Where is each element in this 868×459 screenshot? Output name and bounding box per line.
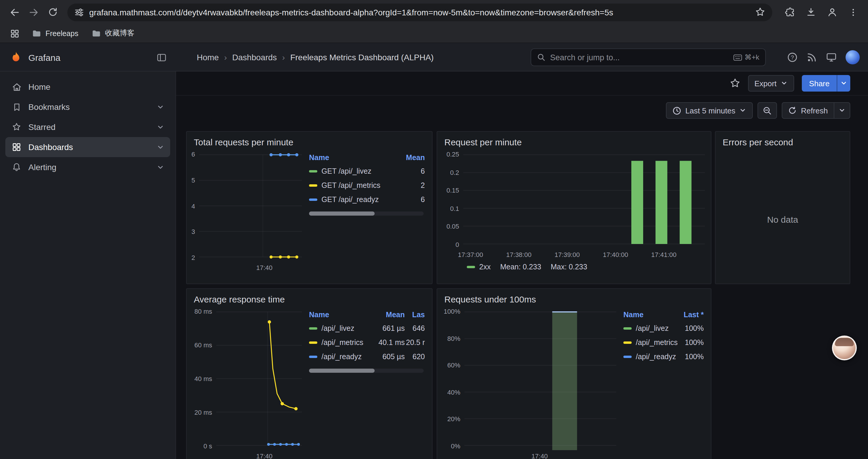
breadcrumb-separator [282,53,285,62]
timeseries-plot[interactable] [199,150,302,262]
panel-requests-under-100ms[interactable]: Requests under 100ms 100% 80% 60% 40% 20… [437,288,711,459]
refresh-label: Refresh [801,106,828,115]
legend-header-name[interactable]: Name [309,154,397,162]
chevron-down-icon[interactable] [157,163,164,171]
sidebar-toggle-button[interactable] [157,52,167,62]
url-bar[interactable] [67,3,772,21]
y-tick: 0.15 [446,187,459,194]
sidebar-item-label: Bookmarks [28,102,70,112]
time-controls: Last 5 minutes Refresh [666,102,850,119]
time-range-label: Last 5 minutes [685,106,735,115]
legend-row[interactable]: GET /api/_metrics 2 [309,178,425,193]
bar-plot[interactable] [464,307,616,450]
site-info-icon[interactable] [74,7,84,17]
legend-row[interactable]: /api/_livez 100% [623,321,704,335]
bookmark-star-icon[interactable] [755,7,765,17]
user-avatar[interactable] [845,50,860,64]
browser-menu-button[interactable] [844,3,862,21]
sidebar-item-label: Home [28,82,51,92]
favorite-dashboard-button[interactable] [730,78,740,89]
series-swatch [623,327,632,330]
legend-row[interactable]: /api/_readyz 605 µs 620 [309,350,425,364]
sidebar-item-starred[interactable]: Starred [5,117,170,137]
legend-header-mean[interactable]: Mean [397,154,425,162]
legend-row[interactable]: /api/_metrics 40.1 ms 20.5 r [309,335,425,350]
legend-row[interactable]: /api/_livez 661 µs 646 [309,321,425,335]
legend-row[interactable]: GET /api/_livez 6 [309,164,425,178]
dashboard-search[interactable]: Search or jump to... ⌘+k [531,48,766,66]
bookmark-folder-blog[interactable]: 收藏博客 [88,26,138,41]
chevron-down-icon[interactable] [157,123,164,131]
sidebar: Home Bookmarks Starred Dashboards Alerti… [0,71,176,459]
assistant-floating-avatar[interactable] [832,335,857,360]
legend-header-mean[interactable]: Mean [370,311,405,319]
bookmark-folder-freeleaps[interactable]: Freeleaps [28,26,82,40]
sidebar-item-home[interactable]: Home [5,77,170,97]
downloads-button[interactable] [802,3,819,21]
time-range-button[interactable]: Last 5 minutes [666,102,753,119]
legend-item[interactable]: 2xx [467,263,491,271]
extensions-button[interactable] [780,3,798,21]
news-button[interactable] [807,52,817,63]
bar-plot[interactable] [463,150,705,249]
grafana-app: Grafana Home Dashboards Freeleaps Metric… [0,43,868,459]
legend-row[interactable]: /api/_readyz 100% [623,350,704,364]
share-label: Share [809,79,830,88]
series-swatch [309,170,317,172]
legend-header-name[interactable]: Name [623,311,678,319]
legend-table: Name Mean GET /api/_livez 6 GET /api/_me… [302,150,426,273]
y-tick: 40 ms [194,375,212,382]
legend-header-last[interactable]: Las [405,311,425,319]
timeseries-plot[interactable] [216,307,302,450]
panel-average-response-time[interactable]: Average response time 80 ms 60 ms 40 ms … [186,288,433,459]
panel-errors-per-second[interactable]: Errors per second No data [715,131,850,284]
scrollbar-thumb[interactable] [309,211,374,216]
share-button[interactable]: Share [802,75,837,92]
forward-button[interactable] [25,3,42,21]
panel-total-requests[interactable]: Total requests per minute 6 5 4 3 2 [186,131,433,284]
sidebar-item-alerting[interactable]: Alerting [5,157,170,177]
folder-icon [32,29,41,38]
browser-toolbar [0,0,868,24]
legend-header-name[interactable]: Name [309,311,370,319]
legend-scrollbar[interactable] [309,211,424,216]
breadcrumb-home[interactable]: Home [197,53,219,62]
legend-header-last[interactable]: Last * [678,311,704,319]
export-button[interactable]: Export [748,75,794,92]
y-tick: 4 [191,202,195,209]
y-tick: 0 [456,241,459,248]
legend-table: Name Mean Las /api/_livez 661 µs 646 /ap… [302,307,426,459]
back-button[interactable] [6,3,24,21]
zoom-out-button[interactable] [758,102,777,119]
panel-request-per-minute[interactable]: Request per minute 0.25 0.2 0.15 0.1 0.0… [437,131,711,284]
scrollbar-thumb[interactable] [309,369,374,373]
url-input[interactable] [89,7,750,17]
chevron-down-icon[interactable] [157,143,164,151]
legend-row[interactable]: /api/_metrics 100% [623,335,704,350]
reload-button[interactable] [44,3,61,21]
grafana-header: Grafana Home Dashboards Freeleaps Metric… [0,43,868,71]
bookmarks-bar: Freeleaps 收藏博客 [0,24,868,43]
refresh-interval-button[interactable] [834,102,850,119]
legend-scrollbar[interactable] [309,369,424,373]
help-button[interactable]: ? [787,52,798,63]
sidebar-item-dashboards[interactable]: Dashboards [5,137,170,157]
refresh-button[interactable]: Refresh [782,102,834,119]
series-swatch [309,327,317,330]
legend-mean: Mean: 0.233 [500,263,541,271]
profile-button[interactable] [823,3,841,21]
x-axis: 17:37:00 17:38:00 17:39:00 17:40:00 17:4… [463,249,705,261]
sidebar-item-bookmarks[interactable]: Bookmarks [5,97,170,117]
downloads-icon [806,7,816,17]
chevron-down-icon[interactable] [157,103,164,111]
breadcrumb: Home Dashboards Freeleaps Metrics Dashbo… [197,43,434,71]
y-tick: 40% [447,389,460,396]
x-tick: 17:40 [256,453,272,459]
chevron-down-icon [838,107,845,114]
display-button[interactable] [826,52,837,63]
share-menu-button[interactable] [837,75,850,92]
legend-row[interactable]: GET /api/_readyz 6 [309,193,425,207]
breadcrumb-dashboards[interactable]: Dashboards [232,53,277,62]
apps-grid-button[interactable] [7,26,23,41]
zoom-out-icon [763,106,772,115]
